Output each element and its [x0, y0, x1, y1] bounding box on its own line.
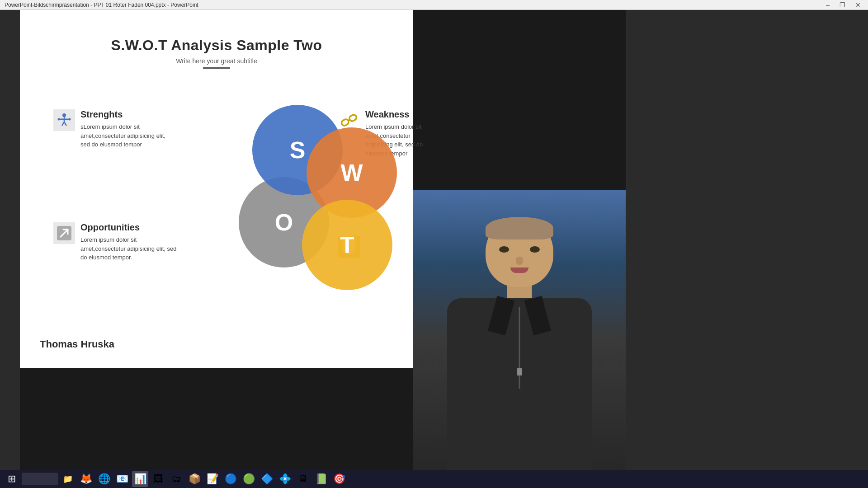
svg-line-6	[64, 122, 66, 126]
title-bar-text: PowerPoint-Bildschirmpräsentation - PPT …	[5, 2, 198, 8]
circle-t: T	[302, 200, 392, 290]
taskbar-firefox[interactable]: 🦊	[78, 471, 94, 487]
opportunities-icon-box	[53, 222, 75, 244]
taskbar-app17[interactable]: 🎯	[331, 471, 347, 487]
taskbar-app15[interactable]: 🖥	[295, 471, 311, 487]
person-head	[486, 217, 553, 287]
t-label: T	[340, 231, 354, 258]
restore-button[interactable]: ❐	[837, 0, 848, 9]
slide-title: S.W.O.T Analysis Sample Two	[20, 10, 413, 54]
person-eye-right	[530, 246, 540, 253]
taskbar-app11[interactable]: 🔵	[222, 471, 239, 487]
taskbar-excel[interactable]: 📗	[313, 471, 329, 487]
swot-area: Strenghts sLorem ipsum dolor sit amet,co…	[40, 82, 433, 353]
svg-point-3	[58, 118, 60, 121]
strengths-title: Strenghts	[80, 109, 171, 120]
person-zipper	[519, 307, 520, 389]
taskbar-search[interactable]	[22, 473, 58, 485]
opportunities-title: Opportunities	[80, 222, 180, 233]
venn-diagram: S W O T	[216, 105, 406, 295]
close-button[interactable]: ✕	[853, 0, 863, 9]
o-label: O	[275, 209, 293, 236]
s-label: S	[290, 136, 306, 164]
slide-subtitle: Write here your great subtitle	[20, 57, 413, 65]
strengths-icon	[56, 112, 72, 128]
taskbar-app9[interactable]: 📦	[186, 471, 203, 487]
person-mouth	[510, 267, 528, 273]
right-panel	[626, 10, 868, 488]
opportunities-block: Opportunities Lorem ipsum dolor sit amet…	[53, 222, 180, 262]
taskbar-app14[interactable]: 💠	[277, 471, 293, 487]
video-overlay	[413, 190, 626, 488]
taskbar-app8[interactable]: 🗂	[168, 471, 184, 487]
zipper-pull	[517, 368, 522, 375]
taskbar: ⊞ 📁 🦊 🌐 📧 📊 🖼 🗂 📦 📝 🔵 🟢 🔷 💠 🖥 📗 🎯	[0, 470, 868, 488]
taskbar-app10[interactable]: 📝	[204, 471, 221, 487]
taskbar-powerpoint[interactable]: 📊	[132, 471, 148, 487]
svg-line-5	[62, 122, 64, 126]
taskbar-chrome[interactable]: 🌐	[96, 471, 112, 487]
title-bar: PowerPoint-Bildschirmpräsentation - PPT …	[0, 0, 868, 10]
opportunities-icon	[56, 225, 72, 241]
taskbar-app7[interactable]: 🖼	[150, 471, 166, 487]
opportunities-text: Lorem ipsum dolor sit amet,consectetur a…	[80, 235, 180, 262]
person-hair	[486, 217, 553, 239]
collar-left	[488, 296, 514, 336]
strengths-text: sLorem ipsum dolor sit amet,consectetur …	[80, 122, 171, 149]
minimize-button[interactable]: –	[823, 0, 832, 9]
strengths-block: Strenghts sLorem ipsum dolor sit amet,co…	[53, 109, 171, 149]
left-panel	[0, 10, 20, 488]
taskbar-app12[interactable]: 🟢	[241, 471, 257, 487]
slide-container: S.W.O.T Analysis Sample Two Write here y…	[20, 10, 413, 368]
strengths-icon-box	[53, 109, 75, 131]
w-label: W	[340, 159, 363, 186]
person-eye-left	[499, 246, 509, 253]
taskbar-app13[interactable]: 🔷	[259, 471, 275, 487]
presenter-name: Thomas Hruska	[40, 338, 114, 350]
title-bar-controls: – ❐ ✕	[823, 0, 863, 9]
strengths-text-block: Strenghts sLorem ipsum dolor sit amet,co…	[80, 109, 171, 149]
opportunities-text-block: Opportunities Lorem ipsum dolor sit amet…	[80, 222, 180, 262]
subtitle-underline	[203, 67, 230, 69]
person-nose	[516, 257, 523, 265]
person-body	[447, 298, 592, 488]
taskbar-file-explorer[interactable]: 📁	[60, 471, 76, 487]
taskbar-outlook[interactable]: 📧	[114, 471, 130, 487]
collar-right	[524, 296, 551, 336]
svg-point-4	[69, 118, 71, 121]
svg-point-0	[62, 113, 66, 117]
windows-start-button[interactable]: ⊞	[4, 471, 20, 487]
video-person-container	[413, 190, 626, 488]
